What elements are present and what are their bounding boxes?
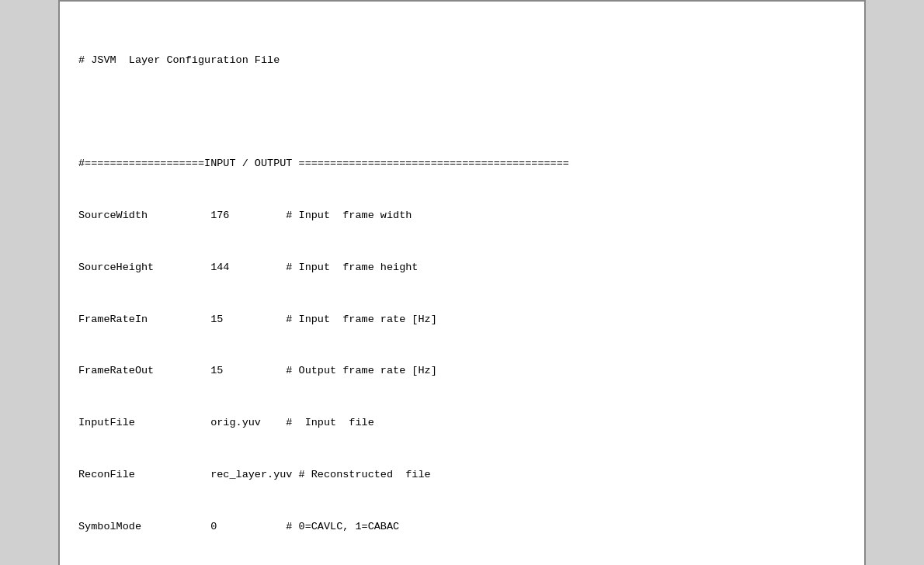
config-file-window: # JSVM Layer Configuration File #=======… bbox=[58, 0, 866, 565]
line-frame-rate-out: FrameRateOut 15 # Output frame rate [Hz] bbox=[78, 362, 846, 380]
line-title: # JSVM Layer Configuration File bbox=[78, 52, 846, 69]
line-recon-file: ReconFile rec_layer.yuv # Reconstructed … bbox=[78, 466, 846, 484]
line-section-io: #===================INPUT / OUTPUT =====… bbox=[78, 155, 846, 172]
line-symbol-mode: SymbolMode 0 # 0=CAVLC, 1=CABAC bbox=[78, 518, 846, 536]
line-source-height: SourceHeight 144 # Input frame height bbox=[78, 259, 846, 276]
line-blank1 bbox=[78, 103, 846, 120]
line-source-width: SourceWidth 176 # Input frame width bbox=[78, 207, 846, 224]
line-input-file: InputFile orig.yuv # Input file bbox=[78, 414, 846, 432]
line-frame-rate-in: FrameRateIn 15 # Input frame rate [Hz] bbox=[78, 311, 846, 328]
